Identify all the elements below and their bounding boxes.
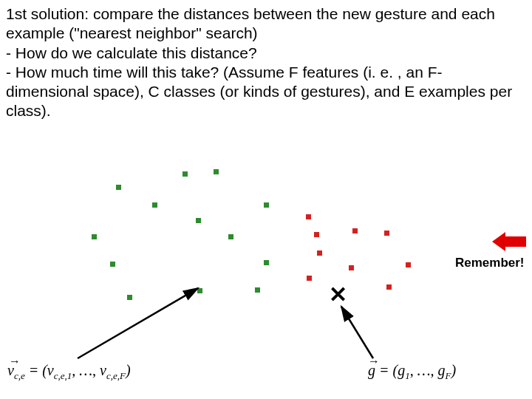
svg-line-1	[341, 307, 373, 358]
remember-label: Remember!	[455, 256, 525, 270]
svg-marker-2	[492, 232, 526, 251]
arrow-right	[0, 0, 532, 399]
red-arrow-icon	[492, 231, 528, 253]
formula-vce: → vc,e = (vc,e,1, …, vc,e,F)	[7, 362, 131, 382]
formula-g: → g = (g1, …, gF)	[368, 362, 456, 382]
